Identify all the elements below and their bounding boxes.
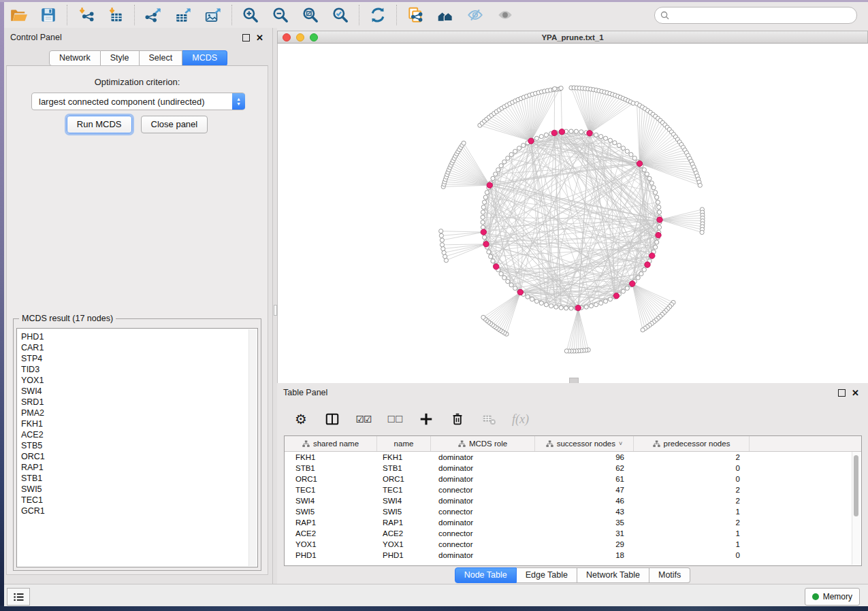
panel-list-button[interactable]	[7, 588, 30, 606]
network-node[interactable]	[544, 133, 548, 137]
network-node[interactable]	[481, 220, 485, 225]
mcds-hub-node[interactable]	[613, 293, 619, 299]
network-node[interactable]	[647, 176, 652, 180]
mcds-hub-node[interactable]	[649, 253, 655, 259]
network-node[interactable]	[642, 168, 646, 172]
network-leaf-node[interactable]	[442, 250, 446, 254]
duplicate-network-icon[interactable]	[406, 5, 425, 24]
run-mcds-button[interactable]: Run MCDS	[67, 116, 132, 133]
network-node[interactable]	[621, 146, 625, 150]
network-node[interactable]	[645, 172, 649, 176]
mcds-result-item[interactable]: STP4	[17, 353, 257, 364]
network-node[interactable]	[489, 254, 493, 259]
tab-network[interactable]: Network	[49, 50, 101, 66]
mcds-hub-node[interactable]	[630, 281, 635, 286]
tab-edge-table[interactable]: Edge Table	[517, 567, 577, 583]
tab-mcds[interactable]: MCDS	[182, 50, 227, 66]
network-node[interactable]	[589, 304, 593, 308]
network-node[interactable]	[639, 271, 643, 276]
mcds-hub-node[interactable]	[656, 232, 661, 237]
export-image-icon[interactable]	[204, 5, 223, 24]
network-leaf-node[interactable]	[441, 247, 445, 251]
zoom-fit-icon[interactable]	[301, 5, 320, 24]
mcds-hub-node[interactable]	[637, 161, 642, 166]
memory-button[interactable]: Memory	[805, 588, 860, 606]
network-leaf-node[interactable]	[439, 233, 443, 237]
tab-node-table[interactable]: Node Table	[455, 567, 517, 583]
network-node[interactable]	[534, 136, 539, 140]
close-panel-button[interactable]: Close panel	[141, 116, 208, 133]
network-node[interactable]	[502, 276, 507, 280]
mcds-result-item[interactable]: GCR1	[17, 506, 257, 516]
network-node[interactable]	[491, 259, 495, 263]
column-header-shared-name[interactable]: shared name	[285, 436, 377, 451]
network-node[interactable]	[549, 304, 553, 308]
delete-row-icon[interactable]	[449, 410, 466, 428]
network-node[interactable]	[594, 303, 598, 307]
network-node[interactable]	[654, 245, 658, 249]
mcds-result-item[interactable]: FKH1	[17, 418, 257, 429]
network-node[interactable]	[569, 129, 573, 133]
scrollbar-thumb[interactable]	[854, 455, 858, 516]
import-network-icon[interactable]	[76, 5, 95, 24]
table-row[interactable]: SWI5SWI5connector431	[285, 506, 861, 517]
network-node[interactable]	[502, 160, 507, 164]
network-node[interactable]	[625, 149, 629, 153]
network-leaf-node[interactable]	[440, 238, 444, 242]
close-table-panel-icon[interactable]: ✕	[852, 390, 859, 396]
mcds-result-item[interactable]: SWI4	[17, 386, 257, 397]
mcds-hub-node[interactable]	[559, 129, 564, 135]
network-node[interactable]	[657, 225, 661, 229]
network-node[interactable]	[554, 305, 558, 309]
network-node[interactable]	[654, 191, 658, 195]
mcds-result-item[interactable]: RAP1	[17, 462, 257, 473]
open-file-icon[interactable]	[9, 5, 28, 24]
network-canvas[interactable]	[277, 44, 868, 383]
network-node[interactable]	[481, 215, 485, 219]
network-node[interactable]	[656, 200, 660, 204]
network-leaf-node[interactable]	[462, 141, 466, 145]
float-panel-icon[interactable]	[242, 34, 250, 42]
network-node[interactable]	[564, 306, 568, 310]
network-node[interactable]	[629, 152, 633, 156]
network-node[interactable]	[636, 276, 640, 280]
network-leaf-node[interactable]	[440, 243, 444, 247]
mcds-hub-node[interactable]	[517, 289, 523, 295]
table-row[interactable]: RAP1RAP1dominator352	[285, 517, 861, 528]
network-node[interactable]	[483, 200, 487, 204]
mcds-list-scrollbar[interactable]	[248, 329, 257, 566]
network-node[interactable]	[652, 186, 656, 190]
network-node[interactable]	[559, 306, 563, 310]
network-node[interactable]	[481, 210, 485, 214]
zoom-out-icon[interactable]	[271, 5, 290, 24]
network-node[interactable]	[584, 305, 588, 309]
zoom-in-icon[interactable]	[241, 5, 260, 24]
network-node[interactable]	[655, 240, 659, 244]
network-node[interactable]	[499, 271, 503, 276]
columns-icon[interactable]	[324, 410, 340, 428]
network-node[interactable]	[569, 306, 573, 310]
network-node[interactable]	[485, 191, 489, 195]
mcds-hub-node[interactable]	[645, 262, 650, 267]
network-leaf-node[interactable]	[439, 229, 443, 233]
first-neighbors-icon[interactable]	[436, 5, 455, 24]
mcds-result-item[interactable]: TEC1	[17, 495, 257, 506]
criterion-dropdown[interactable]: largest connected component (undirected)…	[31, 93, 245, 110]
mcds-result-item[interactable]: SWI5	[17, 484, 257, 495]
mcds-result-item[interactable]: ACE2	[17, 429, 257, 440]
table-row[interactable]: TEC1TEC1connector472	[285, 484, 861, 495]
table-row[interactable]: FKH1FKH1dominator962	[285, 452, 861, 463]
add-row-icon[interactable]	[418, 410, 434, 428]
tab-select[interactable]: Select	[140, 50, 183, 66]
network-leaf-node[interactable]	[481, 315, 485, 319]
node-table-scrollbar[interactable]	[852, 452, 861, 565]
network-leaf-node[interactable]	[700, 230, 704, 234]
network-node[interactable]	[608, 297, 612, 301]
mcds-hub-node[interactable]	[487, 182, 492, 188]
mcds-hub-node[interactable]	[481, 229, 486, 235]
table-row[interactable]: PHD1PHD1dominator180	[285, 550, 861, 561]
network-node[interactable]	[608, 138, 612, 142]
select-all-icon[interactable]: ☑☑	[355, 410, 372, 428]
mcds-hub-node[interactable]	[575, 305, 581, 310]
network-node[interactable]	[574, 129, 578, 133]
